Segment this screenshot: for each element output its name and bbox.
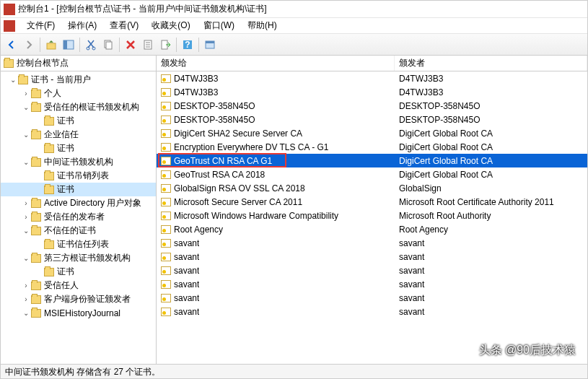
show-hide-tree-button[interactable] xyxy=(61,37,76,53)
folder-icon xyxy=(44,240,54,249)
list-row[interactable]: DESKTOP-358N45ODESKTOP-358N45O xyxy=(157,113,587,126)
tree-item[interactable]: 证书信任列表 xyxy=(1,238,156,251)
svg-rect-15 xyxy=(206,41,214,43)
cell-issuer: DigiCert Global Root CA xyxy=(395,156,587,166)
certificate-icon xyxy=(161,74,171,83)
list-row[interactable]: Microsoft Secure Server CA 2011Microsoft… xyxy=(157,195,587,209)
list-row[interactable]: savantsavant xyxy=(157,291,587,305)
menu-file[interactable]: 文件(F) xyxy=(21,18,61,33)
tree-item[interactable]: 证书 xyxy=(1,114,156,128)
tree-pane: 控制台根节点 ⌄证书 - 当前用户›个人⌄受信任的根证书颁发机构证书⌄企业信任证… xyxy=(1,56,157,364)
cell-issued-to: DESKTOP-358N45O xyxy=(174,115,255,125)
folder-icon xyxy=(31,103,41,112)
toolbar: ? xyxy=(1,34,587,56)
menu-help[interactable]: 帮助(H) xyxy=(242,18,283,33)
tree-item[interactable]: ⌄第三方根证书颁发机构 xyxy=(1,251,156,265)
list-row[interactable]: D4TWJ3B3D4TWJ3B3 xyxy=(157,85,587,99)
list-row[interactable]: GlobalSign RSA OV SSL CA 2018GlobalSign xyxy=(157,181,587,195)
chevron-right-icon[interactable]: › xyxy=(21,281,31,291)
forward-button[interactable] xyxy=(21,37,37,53)
delete-button[interactable] xyxy=(123,37,139,53)
tree-item[interactable]: 证书 xyxy=(1,183,156,196)
tree-item[interactable]: 证书 xyxy=(1,141,156,155)
cell-issued-to: savant xyxy=(174,279,199,289)
tree-item[interactable]: ⌄MSIEHistoryJournal xyxy=(1,306,156,320)
tree-item[interactable]: ⌄企业信任 xyxy=(1,128,156,141)
list-row[interactable]: Root AgencyRoot Agency xyxy=(157,222,587,236)
folder-icon xyxy=(31,158,41,167)
tree-item[interactable]: ›受信任的发布者 xyxy=(1,210,156,224)
tree-item[interactable]: ›受信任人 xyxy=(1,279,156,292)
tree-item[interactable]: 证书吊销列表 xyxy=(1,169,156,183)
properties-button[interactable] xyxy=(140,37,156,53)
menu-window[interactable]: 窗口(W) xyxy=(198,18,240,33)
chevron-down-icon[interactable]: ⌄ xyxy=(21,253,31,263)
column-issued-to[interactable]: 颁发给 xyxy=(157,56,395,71)
list-row[interactable]: GeoTrust RSA CA 2018DigiCert Global Root… xyxy=(157,167,587,181)
chevron-down-icon[interactable]: ⌄ xyxy=(21,157,31,167)
copy-button[interactable] xyxy=(100,37,116,53)
tree-twisty-none xyxy=(34,116,44,126)
list-row[interactable]: savantsavant xyxy=(157,277,587,291)
menu-view[interactable]: 查看(V) xyxy=(104,18,144,33)
chevron-right-icon[interactable]: › xyxy=(21,89,31,99)
cell-issuer: savant xyxy=(395,252,587,262)
column-issuer[interactable]: 颁发者 xyxy=(395,56,587,71)
watermark: 头条 @90后技术猿 xyxy=(475,341,580,360)
folder-icon xyxy=(44,117,54,126)
tree-item[interactable]: ›Active Directory 用户对象 xyxy=(1,196,156,210)
help-button[interactable]: ? xyxy=(180,37,196,53)
tree-item[interactable]: ⌄中间证书颁发机构 xyxy=(1,155,156,169)
tree-item[interactable]: ›个人 xyxy=(1,87,156,100)
list-row[interactable]: Encryption Everywhere DV TLS CA - G1Digi… xyxy=(157,140,587,154)
chevron-down-icon[interactable]: ⌄ xyxy=(21,226,31,236)
chevron-right-icon[interactable]: › xyxy=(21,295,31,305)
tree-twisty-none xyxy=(34,171,44,181)
list-row[interactable]: DigiCert SHA2 Secure Server CADigiCert G… xyxy=(157,126,587,140)
cut-button[interactable] xyxy=(83,37,99,53)
tree-item[interactable]: ⌄受信任的根证书颁发机构 xyxy=(1,100,156,114)
menu-favorites[interactable]: 收藏夹(O) xyxy=(146,18,196,33)
cell-issuer: DigiCert Global Root CA xyxy=(395,142,587,152)
folder-icon xyxy=(31,282,41,290)
list-body[interactable]: D4TWJ3B3D4TWJ3B3D4TWJ3B3D4TWJ3B3DESKTOP-… xyxy=(157,71,587,318)
export-button[interactable] xyxy=(157,37,173,53)
cell-issuer: Microsoft Root Authority xyxy=(395,211,587,221)
back-button[interactable] xyxy=(4,37,19,53)
up-button[interactable] xyxy=(43,37,59,53)
tree-item[interactable]: 证书 xyxy=(1,265,156,279)
tree-item[interactable]: ›客户端身份验证颁发者 xyxy=(1,292,156,306)
toolbar-separator xyxy=(79,38,80,52)
cell-issued-to: DESKTOP-358N45O xyxy=(174,101,255,111)
folder-icon xyxy=(4,59,14,68)
app-menu-icon[interactable] xyxy=(4,20,15,32)
folder-icon xyxy=(44,144,54,153)
list-row[interactable]: DESKTOP-358N45ODESKTOP-358N45O xyxy=(157,99,587,113)
chevron-right-icon[interactable]: › xyxy=(21,199,31,209)
list-row[interactable]: savantsavant xyxy=(157,263,587,277)
list-row[interactable]: savantsavant xyxy=(157,250,587,263)
tree-header[interactable]: 控制台根节点 xyxy=(1,56,156,71)
chevron-down-icon[interactable]: ⌄ xyxy=(21,308,31,318)
list-row[interactable]: savantsavant xyxy=(157,305,587,318)
tree-item[interactable]: ⌄证书 - 当前用户 xyxy=(1,73,156,87)
cell-issued-to: Microsoft Windows Hardware Compatibility xyxy=(174,211,338,221)
list-row[interactable]: savantsavant xyxy=(157,236,587,250)
cell-issued-to: GeoTrust RSA CA 2018 xyxy=(174,170,265,180)
chevron-down-icon[interactable]: ⌄ xyxy=(21,103,31,113)
new-window-button[interactable] xyxy=(202,37,218,53)
chevron-down-icon[interactable]: ⌄ xyxy=(8,75,18,85)
chevron-down-icon[interactable]: ⌄ xyxy=(21,130,31,140)
cell-issued-to: savant xyxy=(174,293,199,303)
chevron-right-icon[interactable]: › xyxy=(21,212,31,222)
tree-item[interactable]: ⌄不信任的证书 xyxy=(1,224,156,238)
menu-action[interactable]: 操作(A) xyxy=(62,18,102,33)
list-row[interactable]: Microsoft Windows Hardware Compatibility… xyxy=(157,209,587,222)
list-header: 颁发给 颁发者 xyxy=(157,56,587,71)
toolbar-separator xyxy=(119,38,120,52)
list-row[interactable]: GeoTrust CN RSA CA G1DigiCert Global Roo… xyxy=(157,154,587,167)
certificate-icon xyxy=(161,212,171,220)
cell-issuer: DigiCert Global Root CA xyxy=(395,128,587,139)
tree-body[interactable]: ⌄证书 - 当前用户›个人⌄受信任的根证书颁发机构证书⌄企业信任证书⌄中间证书颁… xyxy=(1,71,156,364)
list-row[interactable]: D4TWJ3B3D4TWJ3B3 xyxy=(157,71,587,85)
